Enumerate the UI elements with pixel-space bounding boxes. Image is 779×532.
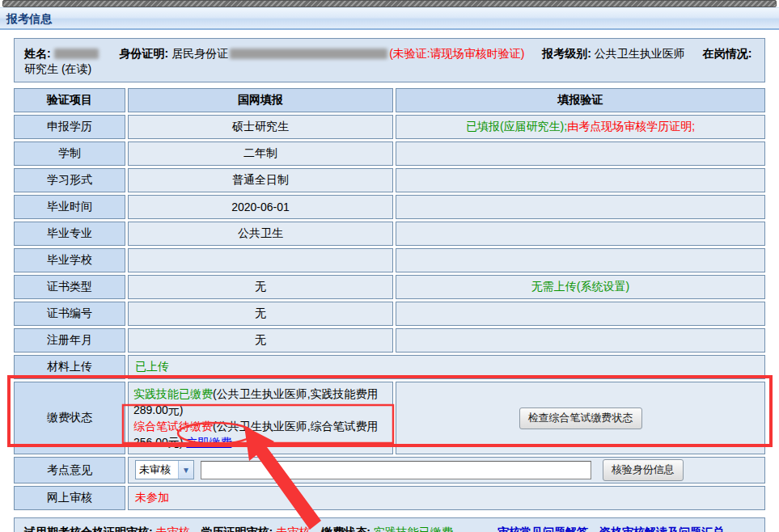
verify-green-text: 已填报(应届研究生); xyxy=(466,120,567,133)
row-value: 无 xyxy=(128,275,393,299)
qualification-guide-link[interactable]: 资格审核解读及问题汇总 xyxy=(599,526,724,532)
col-header-item: 验证项目 xyxy=(14,88,125,112)
row-label: 申报学历 xyxy=(14,115,125,139)
probation-review: 试用期考核合格证明审核: 未审核 xyxy=(24,526,190,532)
row-verify xyxy=(396,195,765,219)
table-header-row: 验证项目 国网填报 填报验证 xyxy=(14,88,765,112)
row-label: 证书类型 xyxy=(14,275,125,299)
payment-check-cell: 检查综合笔试缴费状态 xyxy=(396,382,765,454)
table-row: 毕业学校 xyxy=(14,248,765,272)
id-warning: (未验证:请现场审核时验证) xyxy=(389,47,524,60)
payment-details-cell: 实践技能已缴费(公共卫生执业医师,实践技能费用289.00元) 综合笔试待缴费(… xyxy=(128,382,393,454)
exam-site-opinion-row: 考点意见 未审核 ▼ 核验身份信息 xyxy=(14,457,765,483)
onjob-note: (在读) xyxy=(61,62,91,75)
degree-review-value: 未审核 xyxy=(276,526,310,532)
table-row: 学习形式 普通全日制 xyxy=(14,168,765,192)
row-label: 考点意见 xyxy=(14,457,125,483)
help-links: 审核常见问题解答 资格审核解读及问题汇总 xyxy=(497,526,755,532)
id-type: 居民身份证 xyxy=(171,47,228,60)
check-written-payment-button[interactable]: 检查综合笔试缴费状态 xyxy=(519,407,642,429)
degree-review: 学历证明审核: 未审核 xyxy=(201,526,311,532)
row-label: 学习形式 xyxy=(14,168,125,192)
row-value xyxy=(128,248,393,272)
row-label: 材料上传 xyxy=(14,355,125,379)
row-label: 证书编号 xyxy=(14,302,125,326)
opinion-input[interactable] xyxy=(201,461,591,479)
page-title: 报考信息 xyxy=(0,7,779,30)
row-value: 无 xyxy=(128,328,393,353)
candidate-info-box: 姓名: 身份证明: 居民身份证(未验证:请现场审核时验证) 报考级别: 公共卫生… xyxy=(14,38,765,82)
row-label: 毕业时间 xyxy=(14,195,125,219)
payment-summary: 缴费状态: 实践技能已缴费 xyxy=(321,526,453,532)
col-header-national: 国网填报 xyxy=(128,88,393,112)
level-label: 报考级别: xyxy=(542,47,591,60)
opinion-cell: 未审核 ▼ 核验身份信息 xyxy=(128,457,765,483)
payment-summary-label: 缴费状态: xyxy=(321,526,370,532)
verify-identity-button[interactable]: 核验身份信息 xyxy=(603,459,684,481)
probation-review-value: 未审核 xyxy=(156,526,190,532)
row-label: 毕业专业 xyxy=(14,222,125,246)
row-verify xyxy=(396,222,765,246)
row-verify xyxy=(396,141,765,166)
table-row: 注册年月 无 xyxy=(14,328,765,353)
row-value: 2020-06-01 xyxy=(128,195,393,219)
chevron-down-icon[interactable]: ▼ xyxy=(178,461,193,479)
name-label: 姓名: xyxy=(24,47,51,60)
row-label: 注册年月 xyxy=(14,328,125,353)
onjob-label: 在岗情况: xyxy=(703,47,752,60)
row-value: 普通全日制 xyxy=(128,168,393,192)
probation-review-label: 试用期考核合格证明审核: xyxy=(24,526,153,532)
verify-green-text: 无需上传(系统设置) xyxy=(531,280,629,293)
row-verify: 已填报(应届研究生);由考点现场审核学历证明; xyxy=(396,115,765,139)
table-row: 证书类型 无 无需上传(系统设置) xyxy=(14,275,765,299)
registration-info-page: 报考信息 姓名: 身份证明: 居民身份证(未验证:请现场审核时验证) 报考级别:… xyxy=(0,0,779,532)
top-stripe-bar xyxy=(2,0,777,7)
online-review-cell: 未参加 xyxy=(128,486,765,510)
table-row: 证书编号 无 xyxy=(14,302,765,326)
redacted-id-number xyxy=(230,49,387,59)
row-verify: 无需上传(系统设置) xyxy=(396,275,765,299)
col-header-verify: 填报验证 xyxy=(396,88,765,112)
row-verify xyxy=(396,302,765,326)
row-label: 学制 xyxy=(14,141,125,166)
skill-paid-status: 实践技能已缴费 xyxy=(133,387,213,400)
table-row: 学制 二年制 xyxy=(14,141,765,166)
material-upload-status: 已上传 xyxy=(128,355,765,379)
material-upload-row: 材料上传 已上传 xyxy=(14,355,765,379)
verify-red-text: 由考点现场审核学历证明; xyxy=(567,120,695,133)
payment-summary-value: 实践技能已缴费 xyxy=(374,526,453,532)
onjob-value: 研究生 xyxy=(24,62,58,75)
row-label: 网上审核 xyxy=(14,486,125,510)
review-status-select[interactable]: 未审核 ▼ xyxy=(135,460,194,479)
table-row: 毕业专业 公共卫生 xyxy=(14,222,765,246)
row-label: 缴费状态 xyxy=(14,382,125,454)
row-label: 毕业学校 xyxy=(14,248,125,272)
row-value: 二年制 xyxy=(128,141,393,166)
bottom-summary-bar: 试用期考核合格证明审核: 未审核 学历证明审核: 未审核 缴费状态: 实践技能已… xyxy=(14,517,765,532)
row-verify xyxy=(396,328,765,353)
row-verify xyxy=(396,168,765,192)
material-status-text: 已上传 xyxy=(135,360,169,373)
redacted-name xyxy=(54,49,99,59)
id-label: 身份证明: xyxy=(120,47,169,60)
level-value: 公共卫生执业医师 xyxy=(595,47,685,60)
row-value: 无 xyxy=(128,302,393,326)
review-faq-link[interactable]: 审核常见问题解答 xyxy=(497,526,588,532)
written-unpaid-status: 综合笔试待缴费 xyxy=(133,420,213,433)
verification-table: 验证项目 国网填报 填报验证 申报学历 硕士研究生 已填报(应届研究生);由考点… xyxy=(11,86,768,513)
row-value: 硕士研究生 xyxy=(128,115,393,139)
review-status-select-value: 未审核 xyxy=(136,462,178,477)
payment-status-row: 缴费状态 实践技能已缴费(公共卫生执业医师,实践技能费用289.00元) 综合笔… xyxy=(14,382,765,454)
degree-review-label: 学历证明审核: xyxy=(201,526,273,532)
table-row: 毕业时间 2020-06-01 xyxy=(14,195,765,219)
pay-now-link[interactable]: 立即缴费 xyxy=(186,436,231,449)
row-verify xyxy=(396,248,765,272)
online-review-row: 网上审核 未参加 xyxy=(14,486,765,510)
row-value: 公共卫生 xyxy=(128,222,393,246)
table-row: 申报学历 硕士研究生 已填报(应届研究生);由考点现场审核学历证明; xyxy=(14,115,765,139)
online-review-status: 未参加 xyxy=(135,491,169,504)
